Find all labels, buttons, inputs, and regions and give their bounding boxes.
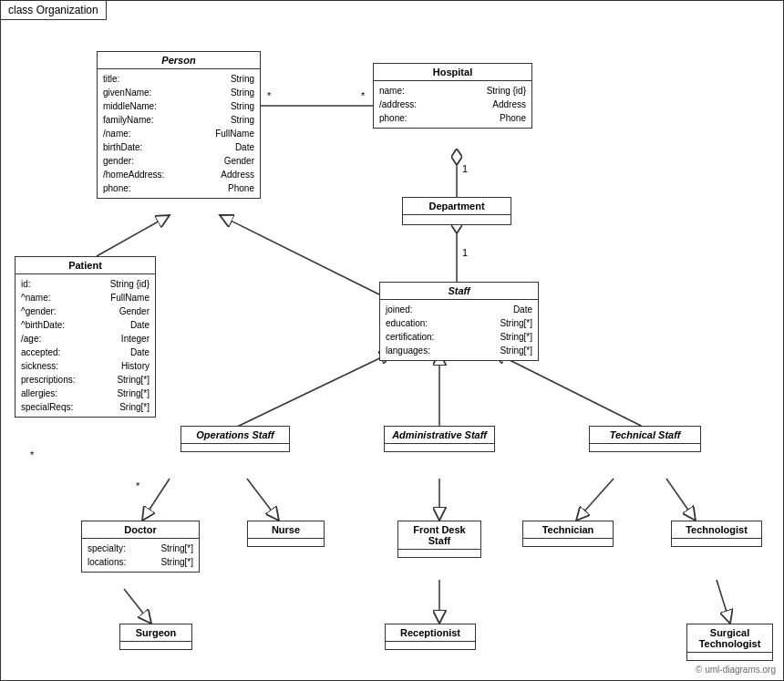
front-desk-staff-class: Front Desk Staff <box>397 521 481 558</box>
department-class-name: Department <box>403 198 511 215</box>
administrative-staff-class: Administrative Staff <box>384 426 495 452</box>
front-desk-staff-class-name: Front Desk Staff <box>398 521 480 550</box>
svg-text:*: * <box>30 449 35 460</box>
svg-text:*: * <box>136 480 140 491</box>
person-class: Person title:String givenName:String mid… <box>97 51 261 199</box>
nurse-class: Nurse <box>247 521 325 547</box>
doctor-class-attrs: specialty:String[*] locations:String[*] <box>82 539 199 572</box>
surgical-technologist-class-name: Surgical Technologist <box>687 624 772 653</box>
svg-text:*: * <box>267 90 272 101</box>
operations-staff-class-name: Operations Staff <box>181 427 289 444</box>
hospital-class-attrs: name:String {id} /address:Address phone:… <box>374 81 531 128</box>
operations-staff-class: Operations Staff <box>181 426 290 452</box>
person-class-name: Person <box>98 52 260 69</box>
patient-class-name: Patient <box>15 257 155 274</box>
staff-class: Staff joined:Date education:String[*] ce… <box>379 282 539 361</box>
svg-line-17 <box>666 479 696 521</box>
svg-text:1: 1 <box>462 247 468 258</box>
technician-class-name: Technician <box>523 521 613 539</box>
svg-text:*: * <box>361 90 366 101</box>
technical-staff-class: Technical Staff <box>589 426 701 452</box>
doctor-class: Doctor specialty:String[*] locations:Str… <box>81 521 200 573</box>
svg-line-18 <box>124 589 151 624</box>
technician-class: Technician <box>522 521 614 547</box>
receptionist-class-name: Receptionist <box>386 624 475 642</box>
svg-line-13 <box>142 479 170 521</box>
nurse-class-name: Nurse <box>248 521 324 539</box>
administrative-staff-class-name: Administrative Staff <box>385 427 494 444</box>
svg-line-12 <box>493 352 645 428</box>
surgeon-class: Surgeon <box>119 624 192 650</box>
patient-class: Patient id:String {id} ^name:FullName ^g… <box>15 256 156 418</box>
surgeon-class-name: Surgeon <box>120 624 191 642</box>
diagram-title: class Organization <box>1 1 107 20</box>
hospital-class: Hospital name:String {id} /address:Addre… <box>373 63 532 129</box>
patient-class-attrs: id:String {id} ^name:FullName ^gender:Ge… <box>15 274 155 417</box>
diagram-container: class Organization * * 1 1 <box>0 0 784 681</box>
svg-text:1: 1 <box>462 163 468 174</box>
svg-line-20 <box>717 580 730 624</box>
svg-line-10 <box>235 352 393 428</box>
svg-line-14 <box>247 479 279 521</box>
person-class-attrs: title:String givenName:String middleName… <box>98 69 260 198</box>
svg-line-16 <box>576 479 614 521</box>
copyright: © uml-diagrams.org <box>696 665 776 675</box>
staff-class-name: Staff <box>380 283 538 300</box>
surgical-technologist-class: Surgical Technologist <box>686 624 773 661</box>
doctor-class-name: Doctor <box>82 521 199 539</box>
svg-line-8 <box>97 215 170 256</box>
technologist-class-name: Technologist <box>672 521 761 539</box>
technical-staff-class-name: Technical Staff <box>590 427 700 444</box>
receptionist-class: Receptionist <box>385 624 476 650</box>
technologist-class: Technologist <box>671 521 762 547</box>
svg-line-9 <box>220 215 379 294</box>
department-class: Department <box>402 197 511 225</box>
hospital-class-name: Hospital <box>374 64 531 81</box>
staff-class-attrs: joined:Date education:String[*] certific… <box>380 300 538 360</box>
department-class-attrs <box>403 215 511 224</box>
